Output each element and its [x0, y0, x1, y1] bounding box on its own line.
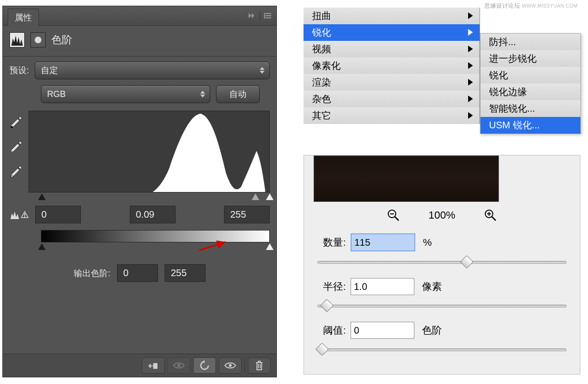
threshold-label: 阈值:: [315, 324, 346, 337]
radius-field[interactable]: [351, 278, 414, 295]
svg-point-7: [177, 364, 180, 367]
zoom-row: 100%: [304, 202, 580, 230]
levels-icon: [10, 32, 25, 48]
output-black-field[interactable]: 0: [117, 264, 158, 282]
main-menu-item[interactable]: 扭曲: [304, 8, 480, 24]
channel-row: RGB 自动: [3, 82, 276, 106]
input-black-field[interactable]: 0: [35, 206, 81, 223]
panel-menu-icon[interactable]: [264, 11, 273, 20]
eyedropper-gray-icon[interactable]: [10, 140, 23, 154]
svg-rect-5: [24, 216, 25, 217]
panel-title-tab[interactable]: 属性: [8, 9, 39, 26]
submenu-arrow-icon: [468, 29, 473, 36]
svg-line-10: [395, 217, 399, 221]
channel-value: RGB: [47, 89, 66, 99]
main-menu-item[interactable]: 其它: [304, 107, 480, 124]
usm-preview: [314, 155, 499, 202]
main-menu-item[interactable]: 锐化: [304, 24, 480, 41]
preset-row: 预设: 自定: [3, 58, 276, 82]
filter-menu: 思缘设计论坛WWW.MISSYUAN.COM 扭曲锐化视频像素化渲染杂色其它 防…: [304, 8, 579, 124]
output-gradient: [41, 230, 270, 242]
output-slider-rail[interactable]: [41, 243, 270, 252]
amount-slider-thumb[interactable]: [460, 255, 473, 269]
zoom-in-icon[interactable]: [484, 209, 497, 222]
clip-warning-icon[interactable]: [10, 210, 29, 220]
svg-point-0: [11, 126, 13, 128]
svg-rect-4: [24, 213, 25, 216]
threshold-slider-thumb[interactable]: [315, 343, 329, 356]
amount-unit: %: [423, 237, 432, 248]
eyedropper-black-icon[interactable]: [10, 115, 23, 129]
svg-point-8: [229, 364, 232, 367]
sub-menu-item[interactable]: 进一步锐化: [480, 50, 580, 67]
radius-unit: 像素: [422, 280, 442, 293]
input-white-field[interactable]: 255: [224, 206, 270, 223]
radius-label: 半径:: [315, 280, 346, 293]
adjustment-type-row: 色阶: [3, 26, 276, 54]
reset-button[interactable]: [193, 357, 216, 374]
sub-menu-item[interactable]: 防抖...: [480, 34, 580, 50]
radius-slider[interactable]: [317, 301, 567, 310]
output-levels-row: 输出色阶: 0 255: [3, 252, 276, 287]
sub-menu-item[interactable]: 锐化边缘: [480, 84, 580, 100]
svg-point-1: [11, 151, 13, 153]
adjustment-title: 色阶: [51, 33, 72, 47]
threshold-field[interactable]: [351, 322, 414, 339]
zoom-out-icon[interactable]: [387, 209, 400, 222]
white-point-slider[interactable]: [266, 193, 274, 200]
zoom-value: 100%: [429, 209, 455, 221]
preset-value: 自定: [41, 65, 58, 76]
threshold-row: 阈值: 色阶: [304, 319, 580, 342]
mask-icon[interactable]: [30, 32, 46, 48]
histogram: [29, 111, 270, 192]
amount-label: 数量:: [315, 236, 346, 249]
submenu-arrow-icon: [468, 112, 473, 119]
panel-footer: [3, 354, 276, 377]
main-menu-item[interactable]: 渲染: [304, 74, 480, 91]
submenu-arrow-icon: [468, 12, 473, 19]
radius-slider-thumb[interactable]: [320, 299, 333, 312]
output-white-field[interactable]: 255: [165, 264, 206, 282]
submenu-arrow-icon: [468, 62, 473, 69]
preset-dropdown[interactable]: 自定: [35, 61, 270, 79]
toggle-visibility-button[interactable]: [219, 357, 242, 374]
amount-row: 数量: %: [304, 230, 580, 254]
collapse-icon[interactable]: [247, 11, 256, 20]
sub-menu-item[interactable]: USM 锐化...: [480, 117, 580, 134]
svg-line-13: [492, 217, 496, 221]
radius-row: 半径: 像素: [304, 275, 580, 298]
main-menu-item[interactable]: 杂色: [304, 91, 480, 107]
svg-point-2: [11, 175, 13, 177]
output-white-slider[interactable]: [266, 243, 274, 250]
filter-sub-menu: 防抖...进一步锐化锐化锐化边缘智能锐化...USM 锐化...: [480, 33, 581, 134]
submenu-arrow-icon: [468, 46, 473, 52]
output-black-slider[interactable]: [38, 243, 46, 250]
output-label: 输出色阶:: [74, 268, 110, 279]
levels-properties-panel: 属性 色阶 预设: 自定 RGB 自动: [2, 6, 277, 377]
clip-to-layer-button[interactable]: [142, 357, 165, 374]
black-point-slider[interactable]: [38, 193, 46, 200]
input-levels-row: 0 0.09 255: [3, 202, 276, 227]
delete-button[interactable]: [248, 357, 271, 374]
eyedropper-white-icon[interactable]: [10, 165, 23, 178]
auto-button[interactable]: 自动: [216, 85, 260, 103]
submenu-arrow-icon: [468, 79, 473, 86]
main-menu-item[interactable]: 视频: [304, 41, 480, 58]
gamma-slider[interactable]: [252, 193, 259, 200]
panel-header: 属性: [3, 6, 276, 26]
threshold-slider[interactable]: [317, 345, 567, 354]
threshold-unit: 色阶: [422, 324, 442, 337]
sub-menu-item[interactable]: 智能锐化...: [480, 100, 580, 117]
preset-label: 预设:: [10, 65, 29, 76]
main-menu-item[interactable]: 像素化: [304, 58, 480, 74]
view-previous-button[interactable]: [167, 357, 190, 374]
amount-field[interactable]: [351, 233, 415, 251]
sub-menu-item[interactable]: 锐化: [480, 67, 580, 84]
channel-dropdown[interactable]: RGB: [41, 85, 210, 103]
input-gamma-field[interactable]: 0.09: [130, 206, 176, 223]
submenu-arrow-icon: [468, 96, 473, 102]
amount-slider[interactable]: [317, 257, 567, 267]
usm-sharpen-dialog: 100% 数量: % 半径: 像素 阈值: 色阶: [304, 155, 580, 374]
svg-rect-6: [153, 363, 157, 369]
input-slider-rail[interactable]: [41, 193, 270, 202]
